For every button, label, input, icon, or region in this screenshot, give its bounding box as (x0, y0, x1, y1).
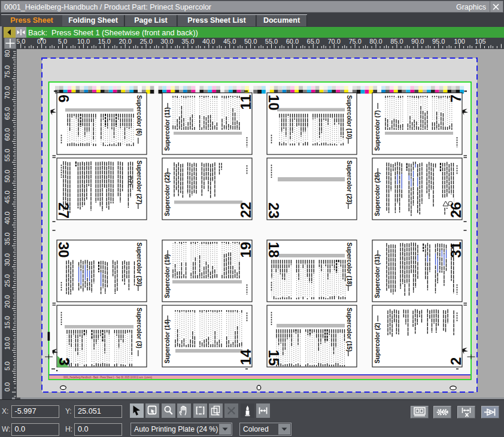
svg-text:90.0: 90.0 (411, 38, 424, 45)
svg-text:23: 23 (266, 202, 282, 218)
svg-text:65.0: 65.0 (4, 107, 11, 120)
svg-text:35.0: 35.0 (4, 232, 11, 245)
svg-text:50.0: 50.0 (244, 38, 257, 45)
svg-text:18: 18 (266, 242, 282, 258)
svg-text:7: 7 (448, 95, 464, 102)
svg-text:15.0: 15.0 (98, 38, 111, 45)
svg-text:100: 100 (454, 38, 464, 45)
svg-text:65.0: 65.0 (307, 38, 320, 45)
svg-text:Supercolor (10): Supercolor (10) (346, 95, 353, 139)
svg-text:20.0: 20.0 (4, 295, 11, 308)
svg-text:26: 26 (448, 202, 464, 218)
svg-text:Supercolor (2): Supercolor (2) (374, 323, 381, 363)
svg-text:0001_Heidelberg-Handbuch - Bac: 0001_Heidelberg-Handbuch - Back - Press … (63, 376, 152, 379)
svg-text:Supercolor (11): Supercolor (11) (164, 107, 171, 151)
svg-text:Supercolor (27): Supercolor (27) (136, 160, 142, 204)
svg-text:55.0: 55.0 (265, 38, 278, 45)
svg-text:30: 30 (56, 242, 72, 258)
svg-text:Supercolor (31): Supercolor (31) (374, 254, 381, 298)
svg-text:Supercolor (22): Supercolor (22) (164, 172, 171, 216)
svg-text:50.0: 50.0 (4, 170, 11, 183)
svg-text:5.0: 5.0 (58, 38, 67, 45)
svg-text:60.0: 60.0 (286, 38, 299, 45)
svg-text:11: 11 (238, 95, 254, 110)
svg-text:Supercolor (19): Supercolor (19) (164, 254, 171, 298)
svg-text:27: 27 (56, 202, 72, 218)
svg-text:Supercolor (26): Supercolor (26) (374, 172, 381, 216)
svg-text:31: 31 (448, 242, 464, 258)
svg-text:45.0: 45.0 (223, 38, 236, 45)
svg-text:2: 2 (448, 357, 464, 365)
svg-text:Supercolor (6): Supercolor (6) (136, 95, 142, 136)
svg-text:Supercolor (3): Supercolor (3) (136, 308, 142, 348)
svg-text:Supercolor (14): Supercolor (14) (164, 320, 171, 363)
svg-text:Supercolor (23): Supercolor (23) (346, 160, 353, 204)
svg-text:105: 105 (475, 38, 485, 45)
svg-text:75.0: 75.0 (4, 65, 11, 78)
svg-text:0.0: 0.0 (4, 383, 11, 392)
svg-text:10.0: 10.0 (4, 337, 11, 350)
svg-text:Supercolor (7): Supercolor (7) (374, 110, 381, 151)
svg-text:95.0: 95.0 (432, 38, 445, 45)
svg-text:35.0: 35.0 (181, 38, 194, 45)
svg-text:40.0: 40.0 (202, 38, 215, 45)
svg-text:5.0: 5.0 (4, 362, 11, 371)
svg-text:70.0: 70.0 (327, 38, 340, 45)
svg-text:40.0: 40.0 (4, 211, 11, 224)
svg-text:Supercolor (18): Supercolor (18) (346, 242, 353, 286)
svg-text:30.0: 30.0 (160, 38, 173, 45)
svg-text:45.0: 45.0 (4, 190, 11, 203)
svg-text:25.0: 25.0 (139, 38, 152, 45)
svg-text:19: 19 (238, 242, 254, 258)
svg-text:80.0: 80.0 (369, 38, 382, 45)
svg-text:75.0: 75.0 (348, 38, 361, 45)
svg-text:70.0: 70.0 (4, 86, 11, 99)
svg-text:Supercolor (30): Supercolor (30) (136, 242, 142, 286)
svg-text:6: 6 (56, 95, 72, 102)
svg-text:15.0: 15.0 (4, 316, 11, 329)
svg-text:15: 15 (266, 350, 282, 366)
svg-text:55.0: 55.0 (4, 149, 11, 162)
svg-text:Supercolor (15): Supercolor (15) (346, 308, 353, 351)
svg-text:10.0: 10.0 (77, 38, 90, 45)
svg-text:20.0: 20.0 (119, 38, 131, 45)
svg-text:14: 14 (238, 349, 254, 365)
svg-text:25.0: 25.0 (4, 274, 11, 287)
svg-text:22: 22 (238, 202, 254, 218)
svg-text:30.0: 30.0 (4, 253, 11, 266)
svg-text:5.0: 5.0 (16, 38, 25, 45)
svg-text:3: 3 (56, 357, 72, 365)
svg-text:85.0: 85.0 (390, 38, 403, 45)
svg-text:60.0: 60.0 (4, 128, 11, 141)
svg-text:10: 10 (266, 95, 282, 111)
